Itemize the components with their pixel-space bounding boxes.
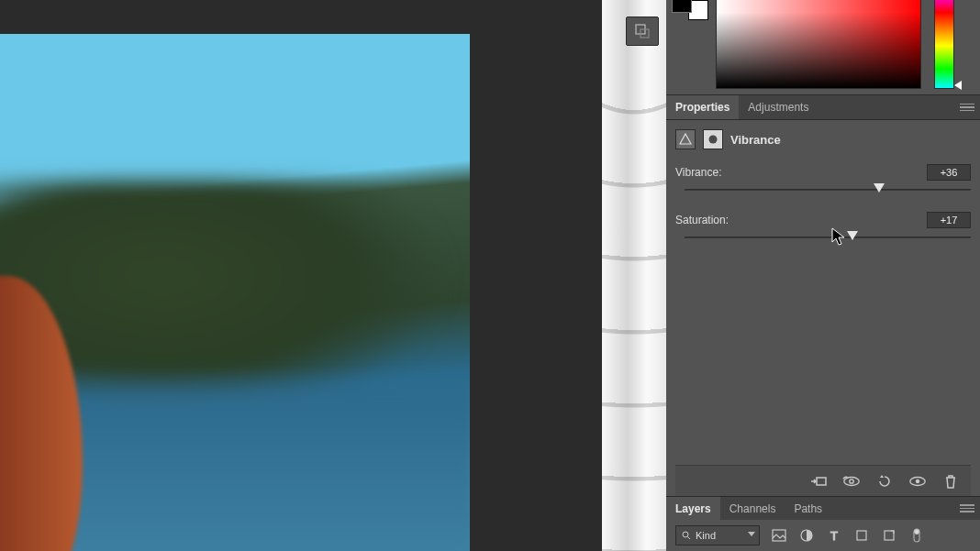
svg-rect-12: [857, 531, 866, 540]
document-edge-strip: [602, 0, 666, 551]
tool-slice-select[interactable]: [626, 17, 659, 46]
saturation-value-input[interactable]: +17: [927, 212, 971, 228]
vibrance-adjustment-icon: [675, 129, 696, 149]
hue-slider[interactable]: [934, 0, 954, 89]
right-panel-area: Properties Adjustments Vibrance Vibrance…: [666, 0, 980, 551]
filter-pixel-layers-icon[interactable]: [771, 527, 787, 544]
hue-slider-indicator: [954, 81, 962, 90]
toggle-visibility-icon[interactable]: [908, 473, 927, 490]
filter-smart-object-icon[interactable]: [881, 527, 897, 544]
panel-menu-icon[interactable]: [960, 95, 974, 119]
filter-type-layers-icon[interactable]: T: [826, 527, 842, 544]
properties-panel-footer: [675, 465, 971, 496]
svg-point-15: [915, 530, 919, 534]
trash-icon[interactable]: [941, 473, 960, 490]
vibrance-label: Vibrance:: [675, 166, 721, 179]
search-icon: [682, 531, 691, 540]
panel-menu-icon[interactable]: [960, 497, 974, 520]
svg-point-7: [916, 479, 919, 482]
layers-panel-tabs: Layers Channels Paths: [666, 496, 980, 520]
vibrance-slider-thumb[interactable]: [874, 183, 885, 194]
properties-panel-body: Vibrance Vibrance: +36 Saturation: +17: [666, 120, 980, 496]
tab-layers[interactable]: Layers: [666, 497, 720, 520]
saturation-slider-block: Saturation: +17: [675, 212, 971, 254]
color-panel: [666, 0, 980, 94]
vibrance-value-input[interactable]: +36: [927, 164, 971, 181]
chevron-down-icon: [748, 532, 755, 536]
tab-properties[interactable]: Properties: [666, 95, 739, 119]
foreground-color-swatch[interactable]: [672, 0, 692, 13]
vibrance-slider[interactable]: [685, 182, 971, 197]
layers-filter-toolbar: Kind T: [666, 520, 980, 551]
adjustment-title: Vibrance: [730, 133, 781, 147]
document-canvas[interactable]: [0, 34, 470, 551]
tab-channels[interactable]: Channels: [720, 497, 785, 520]
saturation-slider-thumb[interactable]: [847, 231, 858, 242]
filter-adjustment-layers-icon[interactable]: [798, 527, 815, 544]
svg-rect-3: [817, 478, 826, 485]
layer-mask-icon[interactable]: [703, 129, 723, 149]
svg-rect-13: [885, 531, 894, 540]
properties-panel-tabs: Properties Adjustments: [666, 94, 980, 120]
reset-icon[interactable]: [875, 473, 894, 490]
svg-point-5: [850, 479, 853, 482]
clip-to-layer-icon[interactable]: [809, 473, 828, 490]
tab-paths[interactable]: Paths: [785, 497, 831, 520]
vibrance-slider-block: Vibrance: +36: [675, 164, 971, 206]
saturation-slider[interactable]: [685, 230, 971, 245]
saturation-label: Saturation:: [675, 214, 729, 226]
tab-adjustments[interactable]: Adjustments: [739, 95, 818, 119]
layer-filter-type-select[interactable]: Kind: [675, 525, 760, 545]
filter-toggle-switch[interactable]: [908, 527, 925, 544]
foreground-background-swatch[interactable]: [672, 0, 708, 20]
canvas-background: [0, 0, 602, 551]
svg-point-4: [844, 477, 859, 485]
color-picker-field[interactable]: [716, 0, 921, 89]
svg-point-2: [709, 136, 718, 144]
svg-text:T: T: [830, 529, 838, 542]
view-previous-state-icon[interactable]: [842, 473, 861, 490]
layer-filter-type-label: Kind: [696, 530, 716, 541]
filter-shape-layers-icon[interactable]: [853, 527, 870, 544]
svg-rect-9: [773, 530, 785, 541]
svg-point-8: [683, 532, 688, 537]
adjustment-header: Vibrance: [675, 127, 971, 151]
